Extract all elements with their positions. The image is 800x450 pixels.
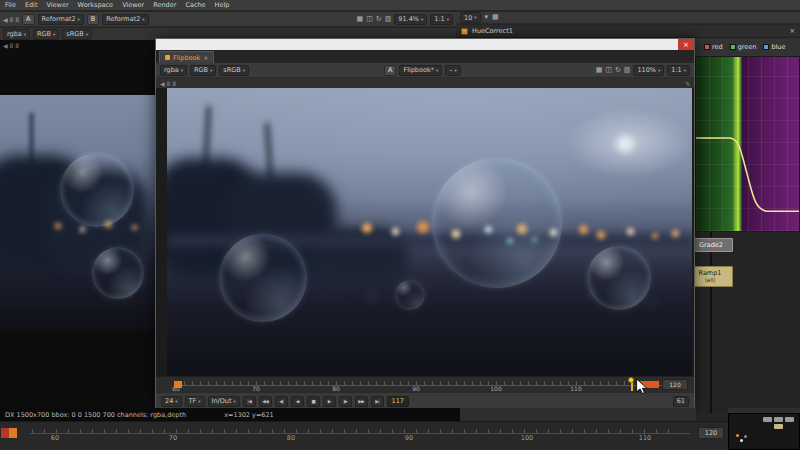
menu-file[interactable]: File	[5, 1, 16, 9]
lut-dropdown[interactable]: sRGB▾	[219, 65, 249, 76]
minimap-node	[763, 417, 772, 422]
timeline-label: 90	[412, 385, 420, 392]
flipbook-transport: 24▾ TF▾ In/Out▾ |◀ ◀◀ ◀| ◀ ■ ▶ |▶ ▶▶ ▶| …	[156, 392, 694, 409]
frame-nav-icons[interactable]: ◀ 8 8	[3, 42, 19, 49]
nuke-application: File Edit Viewer Workspace Viewer Render…	[0, 0, 800, 450]
green-swatch-icon	[730, 44, 736, 50]
bg-viewer-canvas[interactable]: ◀ 8 8	[0, 40, 155, 408]
flipbook-subbar: ◀ 8 8 ✎	[156, 78, 694, 88]
bokeh-light	[80, 227, 85, 232]
node-graph-minimap[interactable]	[728, 413, 800, 450]
in-point-marker[interactable]	[174, 381, 182, 388]
node-grade2[interactable]: Grade2	[689, 238, 733, 252]
properties-panel-header: HueCorrect1 ×	[456, 25, 800, 38]
out-range-marker[interactable]	[639, 381, 659, 388]
goto-start-button[interactable]: |◀	[243, 396, 256, 407]
chevron-down-icon: ▾	[447, 17, 449, 22]
display-dropdown[interactable]: RGB▾	[190, 65, 216, 76]
flipbook-image-canvas[interactable]	[167, 88, 692, 376]
zoom-dropdown[interactable]: 110%▾	[633, 65, 664, 76]
chevron-down-icon: ▾	[78, 17, 80, 22]
timeline-label: 100	[490, 385, 501, 392]
play-back-fast-button[interactable]: ◀◀	[259, 396, 272, 407]
input-a-dropdown[interactable]: Reformat2▾	[38, 14, 84, 25]
node-sublabel: (all)	[705, 277, 716, 283]
checkbox-green[interactable]: green	[730, 43, 757, 51]
node-graph-panel[interactable]: Grade2 Ramp1 (all)	[695, 232, 800, 413]
channels-dropdown[interactable]: rgba▾	[3, 29, 30, 40]
water-reflection	[647, 300, 655, 307]
checkbox-blue[interactable]: blue	[763, 43, 785, 51]
source-dropdown[interactable]: Flipbook*▾	[399, 65, 442, 76]
bokeh-light	[55, 223, 61, 229]
wipe-icon[interactable]: ◫	[605, 67, 612, 74]
menu-help[interactable]: Help	[215, 1, 230, 9]
close-icon[interactable]: ×	[789, 27, 795, 35]
display-dropdown[interactable]: RGB▾	[33, 29, 59, 40]
chevron-down-icon: ▾	[210, 68, 212, 73]
cache-marker-red	[1, 428, 9, 438]
checkbox-label: blue	[771, 43, 785, 51]
frame-nav-icons[interactable]: ◀ 8 8	[3, 16, 19, 23]
goto-end-button[interactable]: ▶|	[371, 396, 384, 407]
stop-button[interactable]: ■	[307, 396, 320, 407]
mode-dropdown[interactable]: TF▾	[185, 396, 205, 407]
hue-curve-editor[interactable]	[695, 56, 800, 232]
dropdown-icon[interactable]: ▾	[485, 14, 489, 21]
current-frame-field[interactable]: 117	[387, 396, 409, 407]
flipbook-timeline[interactable]: 60 70 80 90 100 110 120	[156, 376, 694, 392]
menu-render[interactable]: Render	[153, 1, 176, 9]
proxy-dropdown[interactable]: 1:1▾	[430, 14, 453, 25]
grid-icon[interactable]: ▦	[492, 14, 499, 21]
chevron-down-icon: ▾	[421, 17, 423, 22]
flipbook-tab-icon	[165, 55, 170, 60]
properties-panel-title: HueCorrect1	[472, 27, 513, 35]
prev-frame-button[interactable]: ◀|	[275, 396, 288, 407]
channels-dropdown[interactable]: rgba▾	[160, 65, 187, 76]
wipe-icon[interactable]: ◫	[366, 16, 373, 23]
zoom-dropdown[interactable]: 91.4%▾	[394, 14, 427, 25]
timeline-label: 90	[405, 434, 413, 442]
menu-workspace[interactable]: Workspace	[78, 1, 114, 9]
chevron-down-icon: ▾	[684, 68, 686, 73]
chevron-down-icon: ▾	[24, 32, 26, 37]
range-mode-dropdown[interactable]: In/Out▾	[208, 396, 240, 407]
play-back-button[interactable]: ◀	[291, 396, 304, 407]
node-connection	[710, 232, 712, 413]
menu-cache[interactable]: Cache	[185, 1, 205, 9]
channels-icon[interactable]: ▥	[385, 16, 392, 23]
frame-nav-icons[interactable]: ◀ 8 8	[160, 80, 176, 87]
pencil-icon[interactable]: ✎	[685, 80, 690, 87]
refresh-icon[interactable]: ↻	[376, 16, 382, 23]
tab-flipbook[interactable]: Flipbook ×	[159, 51, 214, 63]
source-b-dropdown[interactable]: –▾	[445, 65, 461, 76]
water-reflection	[367, 293, 377, 301]
input-b-dropdown[interactable]: Reformat2▾	[102, 14, 148, 25]
next-frame-button[interactable]: |▶	[339, 396, 352, 407]
menu-edit[interactable]: Edit	[25, 1, 38, 9]
node-count-spinner[interactable]: 10▾	[460, 12, 481, 23]
tile-icon[interactable]: ▦	[596, 67, 603, 74]
lut-dropdown[interactable]: sRGB▾	[62, 29, 92, 40]
proxy-dropdown[interactable]: 1:1▾	[667, 65, 690, 76]
fps-dropdown[interactable]: 24▾	[161, 396, 182, 407]
play-button[interactable]: ▶	[323, 396, 336, 407]
window-close-button[interactable]: ×	[678, 39, 694, 50]
playhead-handle[interactable]	[628, 377, 634, 383]
range-end-box[interactable]: 120	[698, 427, 724, 439]
soap-bubble	[92, 247, 144, 299]
tab-close-icon[interactable]: ×	[203, 54, 208, 61]
tile-icon[interactable]: ▦	[357, 16, 364, 23]
checkbox-red[interactable]: red	[704, 43, 723, 51]
menu-viewer2[interactable]: Viewer	[122, 1, 144, 9]
bokeh-light	[627, 228, 634, 235]
range-end-box[interactable]: 120	[662, 379, 688, 390]
pointer-position-text: x=1302 y=621	[224, 411, 274, 419]
moon-light	[617, 136, 633, 152]
channels-icon[interactable]: ▥	[624, 67, 631, 74]
main-timeline[interactable]: 60 70 80 90 100 110 120	[0, 421, 728, 450]
refresh-icon[interactable]: ↻	[615, 67, 621, 74]
play-fast-button[interactable]: ▶▶	[355, 396, 368, 407]
menu-viewer[interactable]: Viewer	[46, 1, 68, 9]
flipbook-titlebar[interactable]: ×	[156, 39, 694, 50]
